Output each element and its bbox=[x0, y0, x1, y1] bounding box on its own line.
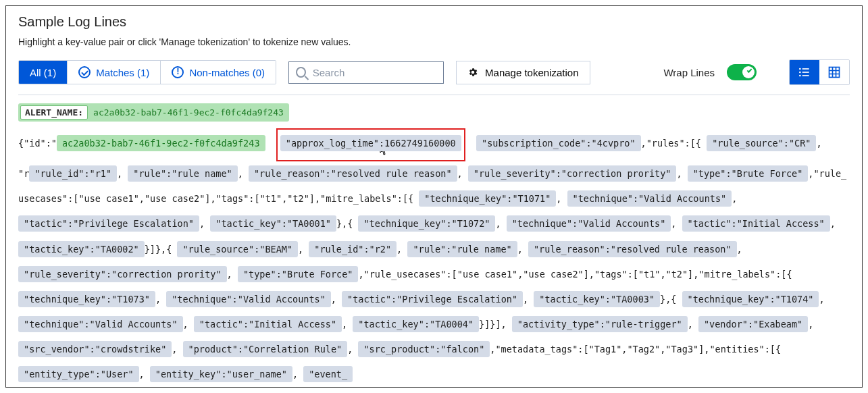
toolbar: All (1) Matches (1) Non-matches (0) Mana… bbox=[18, 59, 850, 85]
log-text: , bbox=[292, 369, 298, 379]
log-text: , bbox=[298, 244, 303, 255]
check-circle-icon bbox=[78, 66, 91, 78]
token-technique[interactable]: "technique":"Valid Accounts" bbox=[507, 215, 671, 232]
token-rule-id[interactable]: "rule_id":"r2" bbox=[309, 241, 397, 257]
log-text: , bbox=[172, 344, 177, 355]
log-text: , bbox=[819, 294, 824, 305]
sample-log-lines-panel: Sample Log Lines Highlight a key-value p… bbox=[5, 5, 863, 388]
wrap-lines-toggle[interactable] bbox=[727, 64, 757, 80]
token-product[interactable]: "product":"Correlation Rule" bbox=[183, 341, 348, 357]
token-tactic[interactable]: "tactic":"Initial Access" bbox=[194, 316, 342, 332]
token-technique[interactable]: "technique":"Valid Accounts" bbox=[567, 190, 732, 207]
token-rule-source[interactable]: "rule_source":"CR" bbox=[707, 135, 816, 151]
token-src-vendor[interactable]: "src_vendor":"crowdstrike" bbox=[18, 341, 172, 357]
token-activity-type[interactable]: "activity_type":"rule-trigger" bbox=[512, 316, 688, 332]
view-mode-toggle bbox=[789, 59, 850, 85]
alert-name-chip-row: ALERT_NAME: ac2a0b32-bab7-46f1-9ec2-f0fc… bbox=[18, 103, 850, 122]
log-text: , bbox=[238, 168, 243, 179]
search-box[interactable] bbox=[288, 61, 444, 84]
token-tactic[interactable]: "tactic":"Privilege Escalation" bbox=[18, 215, 199, 232]
token-rule-id[interactable]: "rule_id":"r1" bbox=[29, 165, 117, 182]
token-tactic-key[interactable]: "tactic_key":"TA0003" bbox=[534, 291, 660, 307]
svg-rect-1 bbox=[802, 68, 809, 70]
log-text: , bbox=[155, 294, 161, 305]
token-technique[interactable]: "technique":"Valid Accounts" bbox=[166, 291, 331, 307]
token-rule[interactable]: "rule":"rule name" bbox=[407, 241, 517, 257]
view-list-button[interactable] bbox=[790, 60, 819, 84]
token-event[interactable]: "event_ bbox=[303, 366, 353, 382]
svg-rect-3 bbox=[802, 72, 809, 73]
token-type[interactable]: "type":"Brute Force" bbox=[688, 165, 809, 182]
log-text: , bbox=[732, 193, 737, 204]
token-rule[interactable]: "rule":"rule name" bbox=[128, 165, 237, 182]
manage-tokenization-button[interactable]: Manage tokenization bbox=[456, 61, 590, 84]
highlighted-token[interactable]: "approx_log_time":1662749160000 bbox=[276, 128, 465, 161]
token-tactic[interactable]: "tactic":"Initial Access" bbox=[682, 215, 830, 232]
token-rule-severity[interactable]: "rule_severity":"correction prority" bbox=[468, 165, 677, 182]
token-technique[interactable]: "technique":"Valid Accounts" bbox=[18, 316, 183, 332]
svg-rect-5 bbox=[802, 75, 809, 76]
log-text: },{ bbox=[336, 218, 353, 229]
tab-all[interactable]: All (1) bbox=[19, 61, 68, 84]
log-text: , bbox=[688, 319, 693, 330]
svg-point-2 bbox=[799, 72, 801, 74]
alert-circle-icon bbox=[172, 66, 184, 78]
token-vendor[interactable]: "vendor":"Exabeam" bbox=[698, 316, 808, 332]
token-type[interactable]: "type":"Brute Force" bbox=[238, 266, 359, 282]
log-text: }]}], bbox=[479, 319, 507, 330]
token-technique-key[interactable]: "technique_key":"T1072" bbox=[358, 215, 495, 232]
log-text: , bbox=[397, 244, 402, 255]
token-tactic-key[interactable]: "tactic_key":"TA0004" bbox=[353, 316, 479, 332]
token-id[interactable]: ac2a0b32-bab7-46f1-9ec2-f0fc4da9f243 bbox=[57, 135, 265, 151]
log-text: , bbox=[227, 269, 232, 280]
page-title: Sample Log Lines bbox=[18, 14, 850, 30]
token-tactic-key[interactable]: "tactic_key":"TA0001" bbox=[210, 215, 336, 232]
tab-nonmatches[interactable]: Non-matches (0) bbox=[161, 61, 276, 84]
grid-icon bbox=[827, 66, 841, 79]
view-grid-button[interactable] bbox=[819, 60, 849, 84]
log-text: , bbox=[342, 319, 347, 330]
token-subscription-code[interactable]: "subscription_code":"4cvpro" bbox=[476, 135, 641, 151]
log-text: , bbox=[117, 168, 122, 179]
token-rule-severity[interactable]: "rule_severity":"correction prority" bbox=[18, 266, 227, 282]
token-technique-key[interactable]: "technique_key":"T1071" bbox=[419, 190, 556, 207]
token-tactic-key[interactable]: "tactic_key":"TA0002" bbox=[18, 241, 145, 257]
log-text: , bbox=[808, 319, 813, 330]
log-text: , bbox=[495, 218, 501, 229]
log-text: , bbox=[199, 218, 205, 229]
alert-name-chip[interactable]: ALERT_NAME: ac2a0b32-bab7-46f1-9ec2-f0fc… bbox=[18, 103, 289, 122]
alert-name-value: ac2a0b32-bab7-46f1-9ec2-f0fc4da9f243 bbox=[93, 107, 284, 117]
log-text: , bbox=[183, 319, 188, 330]
token-rule-reason[interactable]: "rule_reason":"resolved rule reason" bbox=[249, 165, 457, 182]
token-src-product[interactable]: "src_product":"falcon" bbox=[358, 341, 490, 357]
token-tactic[interactable]: "tactic":"Privilege Escalation" bbox=[342, 291, 523, 307]
log-text: , bbox=[676, 168, 682, 179]
tab-matches-label: Matches (1) bbox=[96, 67, 149, 78]
token-approx-log-time[interactable]: "approx_log_time":1662749160000 bbox=[280, 135, 461, 151]
token-entity-type[interactable]: "entity_type":"User" bbox=[18, 366, 139, 382]
tab-nonmatches-label: Non-matches (0) bbox=[189, 67, 265, 78]
tab-matches[interactable]: Matches (1) bbox=[68, 61, 161, 84]
log-text: , bbox=[556, 193, 561, 204]
token-rule-reason[interactable]: "rule_reason":"resolved rule reason" bbox=[528, 241, 737, 257]
token-entity-key[interactable]: "entity_key":"user_name" bbox=[150, 366, 292, 382]
log-text: , bbox=[457, 168, 463, 179]
page-subtitle: Highlight a key-value pair or click 'Man… bbox=[18, 36, 850, 47]
gear-icon bbox=[467, 67, 478, 78]
wrap-lines-label: Wrap Lines bbox=[663, 67, 715, 78]
svg-rect-6 bbox=[829, 68, 840, 78]
log-text: , bbox=[671, 218, 676, 229]
token-technique-key[interactable]: "technique_key":"T1074" bbox=[682, 291, 819, 307]
search-input[interactable] bbox=[311, 66, 436, 79]
log-text: , bbox=[347, 344, 353, 355]
log-text: , bbox=[517, 244, 523, 255]
log-text: , bbox=[139, 369, 145, 379]
divider bbox=[18, 95, 850, 95]
token-rule-source[interactable]: "rule_source":"BEAM" bbox=[177, 241, 298, 257]
alert-name-key: ALERT_NAME: bbox=[20, 105, 88, 120]
svg-point-0 bbox=[799, 68, 801, 70]
log-text: {"id":" bbox=[18, 138, 57, 149]
filter-tabs: All (1) Matches (1) Non-matches (0) bbox=[18, 60, 276, 84]
log-line[interactable]: {"id":"ac2a0b32-bab7-46f1-9ec2-f0fc4da9f… bbox=[18, 128, 850, 387]
token-technique-key[interactable]: "technique_key":"T1073" bbox=[18, 291, 155, 307]
